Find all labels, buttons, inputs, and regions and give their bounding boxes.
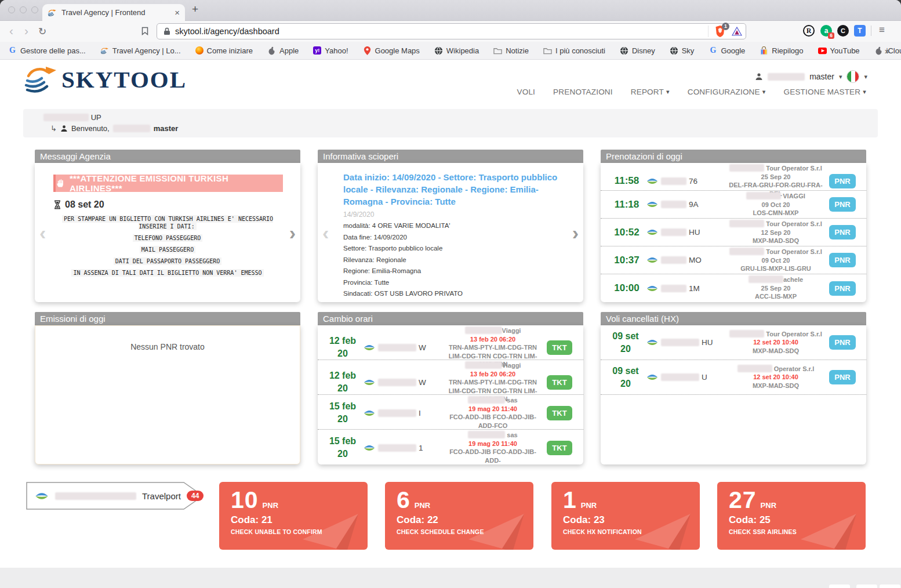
extension-r-icon[interactable]: R <box>803 25 815 37</box>
message-lines: PER STAMPARE UN BIGLIETTO CON TURKISH AI… <box>35 215 300 277</box>
strike-detail-line: Data fine: 14/09/2020 <box>343 232 558 244</box>
card-title: Emissioni di oggi <box>35 312 300 325</box>
nav-prenotazioni[interactable]: PRENOTAZIONI <box>553 88 613 96</box>
masked-agency <box>729 164 764 172</box>
carousel-left-icon[interactable]: ‹ <box>39 224 46 241</box>
agency-name-suffix: UP <box>91 113 101 122</box>
menu-icon[interactable]: ≡ <box>879 24 885 36</box>
username-suffix[interactable]: master <box>809 72 834 81</box>
window-zoom-button[interactable] <box>31 6 38 13</box>
cancel-date: 09 set 20 <box>608 365 644 390</box>
strike-headline-link[interactable]: Data inizio: 14/09/2020 - Settore: Trasp… <box>343 171 558 208</box>
agency-name: Tour Operator S.r.l <box>766 331 822 337</box>
bookmark-item[interactable]: Sky <box>670 46 695 55</box>
travelport-tab[interactable]: Travelport 44 <box>26 482 207 510</box>
carousel-right-icon[interactable]: › <box>572 224 579 241</box>
nav-configurazione[interactable]: CONFIGURAZIONE▾ <box>688 88 766 96</box>
forward-icon[interactable]: › <box>24 24 28 38</box>
masked-code <box>661 373 699 381</box>
pnr-code: 1 <box>363 444 445 452</box>
caret-down-icon[interactable]: ▾ <box>839 73 842 81</box>
bookmark-item[interactable]: Notizie <box>493 46 529 55</box>
tkt-button[interactable]: TKT <box>547 406 572 420</box>
bookmark-item[interactable]: y!Yahoo! <box>313 46 348 55</box>
cancelled-flight-row: 09 set 20 U Operator S.r.l12 set 20 10:4… <box>601 360 866 395</box>
queue-card-22[interactable]: 6PNR Coda: 22 CHECK SCHEDULE CHANGE <box>385 482 533 550</box>
pnr-button[interactable]: PNR <box>829 281 855 296</box>
reload-icon[interactable]: ↻ <box>38 25 46 39</box>
bookmark-item[interactable]: I più conosciuti <box>543 46 605 55</box>
queue-unit: PNR <box>415 501 430 510</box>
pnr-button[interactable]: PNR <box>829 225 855 239</box>
code-suffix: 1M <box>689 284 700 293</box>
browser-tab[interactable]: Travel Agency | Frontend × <box>42 4 185 21</box>
bookmark-item[interactable]: Come iniziare <box>195 46 253 55</box>
pnr-button[interactable]: PNR <box>829 253 855 267</box>
bookmark-item[interactable]: Disney <box>620 46 655 55</box>
folder-icon <box>543 46 552 55</box>
booking-row: 10:37 MO Tour Operator S.r.l09 Oct 20GRU… <box>601 246 866 274</box>
more-bookmarks-chevron[interactable]: » <box>885 46 889 56</box>
footer-button[interactable] <box>829 585 850 588</box>
travel-date: 09 Oct 20 <box>728 256 823 265</box>
tkt-button[interactable]: TKT <box>547 375 572 390</box>
travelport-icon <box>646 177 659 185</box>
bookmark-item[interactable]: Wikipedia <box>434 46 479 55</box>
url-bar[interactable]: skytool.it/agency/dashboard 1 <box>157 23 746 39</box>
caret-down-icon[interactable]: ▾ <box>864 73 867 81</box>
brave-shield-icon[interactable]: 1 <box>714 25 726 38</box>
bookmark-item[interactable]: GGoogle <box>709 46 745 55</box>
bookmark-item[interactable]: Google Maps <box>363 46 420 55</box>
masked-code <box>661 228 686 236</box>
paper-plane-icon <box>468 509 533 550</box>
bookmark-item[interactable]: YouTube <box>818 46 860 55</box>
cancel-date: 09 set 20 <box>608 330 644 355</box>
toolbar-separator <box>871 26 871 36</box>
extension-a-icon[interactable]: a6 <box>820 25 832 37</box>
footer-button[interactable] <box>856 585 877 588</box>
welcome-line: ↳ Benvenuto, master <box>50 124 878 133</box>
url-text[interactable]: skytool.it/agency/dashboard <box>175 27 708 36</box>
message-line: DATI DEL PASSAPORTO PASSEGGERO <box>50 257 285 265</box>
carousel-left-icon[interactable]: ‹ <box>322 224 329 241</box>
back-icon[interactable]: ‹ <box>9 24 13 38</box>
nav-gestione-master[interactable]: GESTIONE MASTER▾ <box>783 88 866 96</box>
youtube-icon <box>818 46 827 55</box>
pnr-button[interactable]: PNR <box>829 335 855 350</box>
nav-voli[interactable]: VOLI <box>517 88 536 96</box>
queue-card-25[interactable]: 27PNR Coda: 25 CHECK SSR AIRLINES <box>717 482 866 550</box>
footer-button[interactable] <box>880 585 900 588</box>
queue-card-21[interactable]: 10PNR Coda: 21 CHECK UNABLE TO CONFIRM <box>219 482 368 550</box>
bat-rewards-icon[interactable] <box>732 27 742 36</box>
bookmark-item[interactable]: Travel Agency | Lo... <box>100 46 181 55</box>
nav-report[interactable]: REPORT▾ <box>631 88 670 96</box>
pnr-button[interactable]: PNR <box>829 174 855 188</box>
bookmark-item[interactable]: Apple <box>267 46 299 55</box>
tkt-button[interactable]: TKT <box>547 441 572 455</box>
tab-close-icon[interactable]: × <box>175 8 180 17</box>
queue-card-23[interactable]: 1PNR Coda: 23 CHECK HX NOTIFICATION <box>551 482 700 550</box>
code-suffix: 76 <box>689 177 697 186</box>
carousel-right-icon[interactable]: › <box>289 224 296 241</box>
new-tab-button[interactable]: + <box>192 3 198 16</box>
bookmark-item[interactable]: GGestore delle pas... <box>8 46 86 55</box>
tkt-button[interactable]: TKT <box>547 340 572 355</box>
travelport-icon <box>646 228 659 236</box>
code-suffix: U <box>702 373 707 382</box>
pnr-button[interactable]: PNR <box>829 370 855 384</box>
change-info: sas19 mag 20 11:40FCO-ADD-JIB FCO-ADD-JI… <box>445 396 540 430</box>
bookmark-icon[interactable] <box>141 27 148 35</box>
extension-c-icon[interactable]: C <box>837 25 849 37</box>
bookmark-item[interactable]: Riepilogo <box>760 46 803 55</box>
window-minimize-button[interactable] <box>20 6 27 13</box>
window-close-button[interactable] <box>8 6 15 13</box>
italy-flag-icon[interactable] <box>846 70 859 83</box>
card-voli-cancellati: Voli cancellati (HX) 09 set 20 HU Tour O… <box>601 312 866 464</box>
masked-code <box>661 177 686 185</box>
translate-extension-icon[interactable]: T <box>854 25 866 37</box>
bookmark-label: Google Maps <box>375 46 420 55</box>
pnr-button[interactable]: PNR <box>829 197 855 212</box>
travelport-label: Travelport <box>142 491 181 501</box>
apple-icon <box>874 46 883 55</box>
booking-row: 11:58 76 Tour Operator S.r.l25 Sep 20DEL… <box>601 163 866 191</box>
